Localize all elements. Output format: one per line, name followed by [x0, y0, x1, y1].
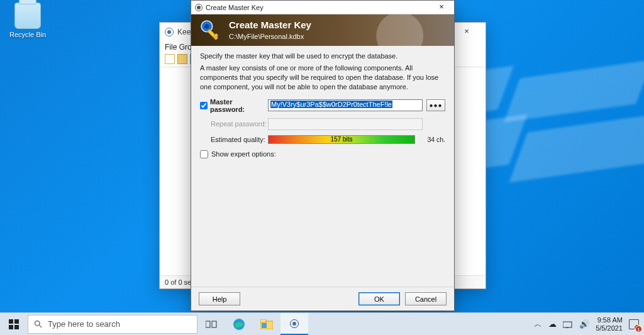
windows-logo-icon: [9, 319, 19, 329]
quality-text: 157 bits: [330, 136, 352, 143]
tray-volume-icon[interactable]: 🔊: [579, 319, 589, 329]
quality-row: Estimated quality: 157 bits 34 ch.: [200, 135, 445, 144]
dialog-button-bar: Help OK Cancel: [191, 287, 454, 310]
keepass-logo-icon: [165, 28, 174, 36]
cancel-button[interactable]: Cancel: [405, 292, 447, 305]
create-master-key-dialog[interactable]: Create Master Key × Create Master Key C:…: [191, 0, 455, 311]
dialog-close-button[interactable]: ×: [433, 2, 450, 13]
dialog-window-title: Create Master Key: [206, 4, 264, 11]
recycle-bin-icon: [14, 3, 41, 29]
quality-label: Estimated quality:: [200, 136, 268, 143]
char-count: 34 ch.: [415, 136, 445, 143]
quality-bar: 157 bits: [268, 135, 415, 144]
search-placeholder: Type here to search: [48, 319, 120, 329]
tray-chevron-up-icon[interactable]: ︿: [534, 319, 542, 330]
reveal-password-button[interactable]: ●●●: [426, 99, 445, 111]
taskbar-pinned: [197, 313, 308, 335]
master-password-checkbox-label[interactable]: Master password:: [200, 98, 268, 113]
dialog-titlebar[interactable]: Create Master Key ×: [191, 1, 454, 14]
svg-rect-8: [206, 321, 210, 327]
show-expert-checkbox-label[interactable]: Show expert options:: [200, 150, 445, 158]
dialog-banner: Create Master Key C:\MyFile\Personal.kdb…: [191, 14, 454, 46]
task-view-icon: [206, 320, 217, 329]
toolbar-new-icon[interactable]: [165, 54, 175, 64]
keepass-close-button[interactable]: ×: [453, 26, 480, 38]
svg-rect-9: [212, 321, 216, 327]
tray-onedrive-icon[interactable]: ☁: [548, 319, 557, 329]
dialog-content: Specify the master key that will be used…: [191, 46, 454, 287]
help-button[interactable]: Help: [199, 292, 240, 305]
taskbar-keepass[interactable]: [280, 313, 308, 335]
svg-point-4: [376, 14, 423, 46]
key-icon: [197, 17, 224, 43]
tray-time: 9:58 AM: [596, 316, 623, 324]
start-button[interactable]: [0, 313, 28, 335]
repeat-password-row: Repeat password:: [200, 118, 445, 130]
taskbar-explorer[interactable]: [253, 313, 280, 335]
desktop-icon-recycle-bin[interactable]: Recycle Bin: [6, 3, 49, 38]
svg-rect-13: [262, 323, 267, 328]
tray-notifications[interactable]: 1: [629, 319, 639, 329]
svg-rect-14: [563, 322, 572, 327]
svg-rect-15: [566, 327, 569, 328]
folder-icon: [260, 319, 273, 329]
master-password-row: Master password: My!V3ry$ur3Pa$$w0rD2Pr0…: [200, 98, 445, 113]
svg-point-1: [204, 24, 209, 28]
svg-line-7: [39, 325, 42, 327]
repeat-password-input: [268, 118, 423, 130]
edge-icon: [233, 318, 245, 331]
task-view-button[interactable]: [197, 313, 225, 335]
recycle-bin-label: Recycle Bin: [9, 31, 46, 38]
banner-ghost-key-icon: [360, 14, 454, 46]
repeat-password-label: Repeat password:: [200, 120, 268, 128]
tray-network-icon[interactable]: [563, 321, 573, 328]
tray-clock[interactable]: 9:58 AM 5/5/2021: [596, 316, 623, 332]
svg-point-6: [35, 321, 40, 326]
keepass-taskbar-icon: [290, 319, 299, 328]
banner-path: C:\MyFile\Personal.kdbx: [229, 33, 304, 40]
detail-text: A master key consists of one or more of …: [200, 63, 445, 92]
taskbar-search[interactable]: Type here to search: [28, 315, 197, 334]
notification-badge: 1: [635, 326, 642, 332]
search-icon: [33, 319, 43, 329]
svg-rect-12: [260, 319, 266, 322]
master-password-label: Master password:: [210, 98, 268, 113]
show-expert-checkbox[interactable]: [200, 150, 208, 158]
tray-date: 5/5/2021: [596, 324, 623, 332]
taskbar-edge[interactable]: [225, 313, 253, 335]
ok-button[interactable]: OK: [358, 292, 400, 305]
intro-text: Specify the master key that will be used…: [200, 52, 445, 60]
master-password-checkbox[interactable]: [200, 102, 208, 109]
show-expert-label: Show expert options:: [211, 150, 276, 158]
banner-title: Create Master Key: [229, 19, 311, 30]
system-tray[interactable]: ︿ ☁ 🔊 9:58 AM 5/5/2021 1: [534, 313, 644, 335]
master-password-input[interactable]: My!V3ry$ur3Pa$$w0rD2Pr0tectTheF!le: [268, 99, 423, 111]
expert-row: Show expert options:: [200, 150, 445, 158]
master-password-value: My!V3ry$ur3Pa$$w0rD2Pr0tectTheF!le: [270, 101, 392, 108]
taskbar[interactable]: Type here to search ︿ ☁ 🔊 9:58 AM 5/5/20…: [0, 312, 644, 335]
dialog-app-icon: [195, 4, 203, 11]
toolbar-open-icon[interactable]: [177, 54, 187, 64]
